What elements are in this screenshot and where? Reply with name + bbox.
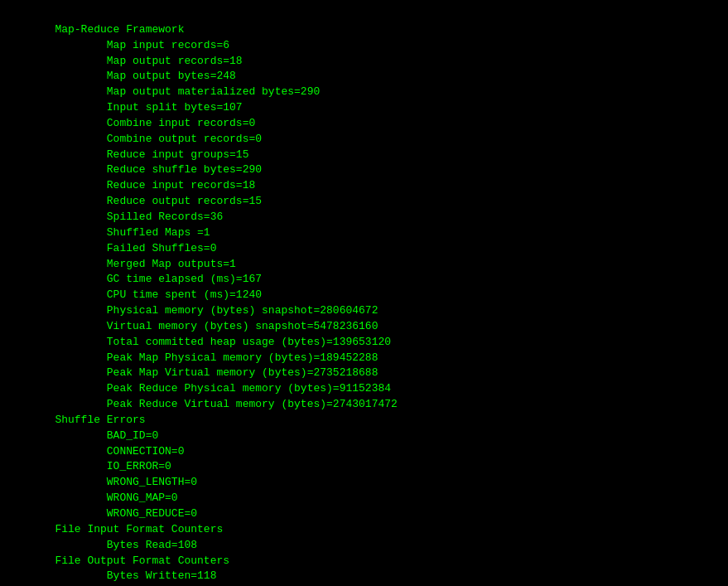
terminal-line: CONNECTION=0 <box>3 444 725 460</box>
terminal-line: WRONG_LENGTH=0 <box>3 475 725 491</box>
terminal-line: Physical memory (bytes) snapshot=2806046… <box>3 303 725 319</box>
terminal-line: Peak Map Virtual memory (bytes)=27352186… <box>3 366 725 381</box>
terminal-line: WRONG_REDUCE=0 <box>3 506 725 522</box>
terminal-line: Reduce output records=15 <box>3 194 725 210</box>
terminal-line: Virtual memory (bytes) snapshot=54782361… <box>3 319 725 335</box>
terminal-line: Map output records=18 <box>3 54 725 70</box>
terminal-line: Map-Reduce Framework <box>3 22 725 38</box>
terminal-line: Input split bytes=107 <box>3 100 725 116</box>
terminal-line: Map input records=6 <box>3 38 725 54</box>
terminal-line: Merged Map outputs=1 <box>3 257 725 273</box>
terminal-line: Shuffled Maps =1 <box>3 225 725 241</box>
terminal-line: Peak Reduce Physical memory (bytes)=9115… <box>3 381 725 397</box>
terminal-line: Reduce input records=18 <box>3 178 725 194</box>
terminal-line: Reduce input groups=15 <box>3 148 725 163</box>
terminal-line: File Input Format Counters <box>3 522 725 538</box>
terminal-line: Peak Map Physical memory (bytes)=1894522… <box>3 351 725 366</box>
terminal-line: Peak Reduce Virtual memory (bytes)=27430… <box>3 397 725 413</box>
terminal-line: CPU time spent (ms)=1240 <box>3 288 725 303</box>
terminal-line: Bytes Read=108 <box>3 538 725 554</box>
terminal-output: Map-Reduce Framework Map input records=6… <box>3 7 725 586</box>
terminal-line: File Output Format Counters <box>3 554 725 569</box>
terminal-line: Reduce shuffle bytes=290 <box>3 162 725 178</box>
terminal-line: Bytes Written=118 <box>3 569 725 584</box>
terminal-line: Shuffle Errors <box>3 413 725 429</box>
terminal-line: Spilled Records=36 <box>3 210 725 225</box>
terminal-line: IO_ERROR=0 <box>3 459 725 475</box>
terminal-line: BAD_ID=0 <box>3 429 725 444</box>
terminal-line: Map output materialized bytes=290 <box>3 85 725 100</box>
terminal-line: Failed Shuffles=0 <box>3 241 725 257</box>
terminal-line: GC time elapsed (ms)=167 <box>3 272 725 288</box>
terminal-line: Combine input records=0 <box>3 116 725 132</box>
terminal-line: Map output bytes=248 <box>3 69 725 85</box>
terminal-line: Total committed heap usage (bytes)=13965… <box>3 335 725 351</box>
terminal-line: Combine output records=0 <box>3 132 725 148</box>
terminal-line: WRONG_MAP=0 <box>3 491 725 506</box>
